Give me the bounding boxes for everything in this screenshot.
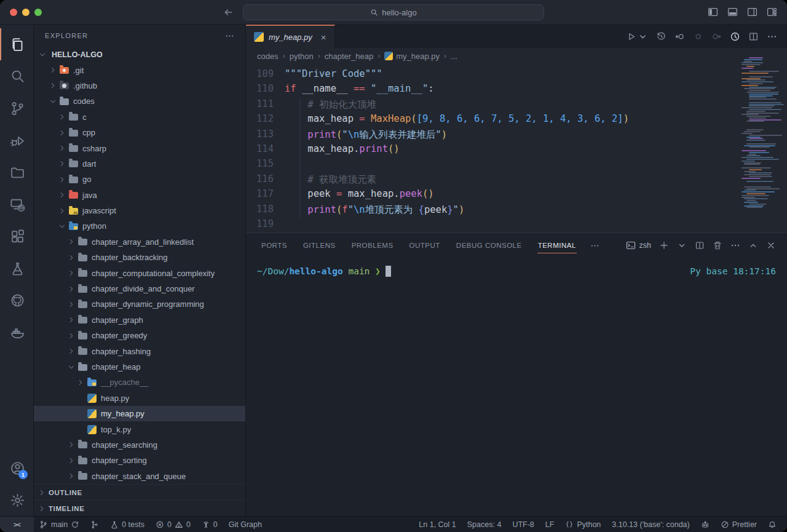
status-tests[interactable]: 0 tests bbox=[105, 517, 150, 532]
toggle-primary-sidebar-icon[interactable] bbox=[708, 7, 718, 17]
tree-file-heap-py[interactable]: heap.py bbox=[34, 391, 245, 406]
close-window-button[interactable] bbox=[10, 9, 17, 16]
status-encoding[interactable]: UTF-8 bbox=[507, 517, 539, 532]
panel-tab-output[interactable]: OUTPUT bbox=[401, 233, 448, 258]
activity-item-explorer[interactable] bbox=[0, 28, 33, 60]
chevron-right-icon[interactable] bbox=[66, 269, 76, 277]
nav-forward-circle-icon[interactable] bbox=[711, 31, 722, 42]
terminal-content[interactable]: ~/Dow/hello-algo main ❯ Py base 18:17:16 bbox=[246, 258, 787, 516]
status-copilot[interactable] bbox=[695, 517, 715, 532]
chevron-right-icon[interactable] bbox=[57, 207, 67, 215]
sidebar-section-timeline[interactable]: TIMELINE bbox=[34, 500, 245, 516]
panel-tab-debug-console[interactable]: DEBUG CONSOLE bbox=[448, 233, 530, 258]
status-notifications[interactable] bbox=[762, 517, 782, 532]
tree-item-dart[interactable]: dart bbox=[34, 156, 245, 172]
tree-item-chapter-computational-complexity[interactable]: chapter_computational_complexity bbox=[34, 265, 245, 280]
panel-more-tabs-icon[interactable] bbox=[584, 241, 606, 250]
profile-clock-icon[interactable] bbox=[730, 31, 740, 42]
status-indentation[interactable]: Spaces: 4 bbox=[462, 517, 507, 532]
chevron-down-icon[interactable] bbox=[48, 97, 58, 106]
tree-item-chapter-sorting[interactable]: chapter_sorting bbox=[34, 453, 245, 468]
status-language-mode[interactable]: Python bbox=[560, 517, 606, 532]
breadcrumb-item[interactable]: my_heap.py bbox=[384, 52, 440, 61]
terminal-dropdown-chevron-icon[interactable] bbox=[677, 240, 687, 250]
maximize-panel-chevron-icon[interactable] bbox=[748, 240, 758, 250]
explorer-more-actions-icon[interactable] bbox=[225, 31, 234, 41]
tree-item-HELLO-ALGO[interactable]: HELLO-ALGO bbox=[34, 47, 245, 62]
status-eol[interactable]: LF bbox=[540, 517, 560, 532]
panel-more-actions-icon[interactable] bbox=[730, 240, 740, 250]
command-center-search[interactable]: hello-algo bbox=[243, 4, 544, 20]
chevron-right-icon[interactable] bbox=[66, 316, 76, 324]
activity-item-testing[interactable] bbox=[0, 252, 33, 284]
tree-item-go[interactable]: go bbox=[34, 172, 245, 187]
status-prettier[interactable]: Prettier bbox=[715, 517, 762, 532]
tree-item-chapter-divide-and-conquer[interactable]: chapter_divide_and_conquer bbox=[34, 281, 245, 296]
chevron-down-icon[interactable] bbox=[66, 363, 76, 371]
status-problems[interactable]: 00 bbox=[150, 517, 196, 532]
tree-item-csharp[interactable]: csharp bbox=[34, 140, 245, 156]
activity-item-accounts[interactable]: 1 bbox=[0, 452, 33, 484]
tree-item-chapter-graph[interactable]: chapter_graph bbox=[34, 312, 245, 328]
nav-dot-circle-icon[interactable] bbox=[693, 31, 703, 42]
tab-my-heap[interactable]: my_heap.py × bbox=[246, 25, 335, 48]
terminal-instance[interactable]: zsh bbox=[626, 240, 651, 250]
chevron-right-icon[interactable] bbox=[57, 191, 67, 199]
tree-item-c[interactable]: c bbox=[34, 109, 245, 125]
customize-layout-icon[interactable] bbox=[767, 7, 777, 17]
tree-item-chapter-greedy[interactable]: chapter_greedy bbox=[34, 328, 245, 343]
tree-item--pycache-[interactable]: __pycache__ bbox=[34, 375, 245, 390]
tree-item-codes[interactable]: codes bbox=[34, 93, 245, 109]
breadcrumb-item[interactable]: ... bbox=[451, 52, 457, 61]
close-panel-icon[interactable] bbox=[766, 240, 776, 250]
chevron-right-icon[interactable] bbox=[66, 440, 76, 449]
tree-item-chapter-stack-and-queue[interactable]: chapter_stack_and_queue bbox=[34, 469, 245, 484]
split-editor-icon[interactable] bbox=[748, 31, 759, 42]
chevron-down-icon[interactable] bbox=[38, 50, 47, 59]
tree-item-chapter-searching[interactable]: chapter_searching bbox=[34, 437, 245, 453]
remote-indicator[interactable]: >< bbox=[0, 517, 34, 532]
tree-item-javascript[interactable]: javascript bbox=[34, 203, 245, 218]
activity-item-extensions[interactable] bbox=[0, 220, 33, 252]
chevron-right-icon[interactable] bbox=[57, 159, 67, 168]
activity-item-source-control[interactable] bbox=[0, 92, 33, 124]
status-branch[interactable]: main bbox=[34, 517, 85, 532]
status-ports[interactable]: 0 bbox=[196, 517, 223, 532]
chevron-right-icon[interactable] bbox=[57, 175, 67, 184]
chevron-right-icon[interactable] bbox=[57, 144, 67, 153]
chevron-right-icon[interactable] bbox=[57, 113, 67, 121]
panel-tab-terminal[interactable]: TERMINAL bbox=[530, 233, 584, 258]
chevron-down-icon[interactable] bbox=[57, 222, 67, 231]
tree-item-chapter-dynamic-programming[interactable]: chapter_dynamic_programming bbox=[34, 296, 245, 312]
chevron-right-icon[interactable] bbox=[66, 472, 76, 480]
tree-item-chapter-backtracking[interactable]: chapter_backtracking bbox=[34, 250, 245, 265]
activity-item-run-debug[interactable] bbox=[0, 124, 33, 156]
tree-item--github[interactable]: .github bbox=[34, 78, 245, 93]
activity-item-search[interactable] bbox=[0, 60, 33, 92]
run-dropdown-chevron-icon[interactable] bbox=[638, 31, 648, 42]
chevron-right-icon[interactable] bbox=[66, 285, 76, 293]
activity-item-remote-explorer[interactable] bbox=[0, 188, 33, 220]
editor-more-actions-icon[interactable] bbox=[767, 31, 777, 42]
minimize-window-button[interactable] bbox=[22, 9, 30, 16]
chevron-right-icon[interactable] bbox=[66, 456, 76, 465]
chevron-right-icon[interactable] bbox=[66, 347, 76, 355]
activity-item-settings[interactable] bbox=[0, 484, 33, 516]
chevron-right-icon[interactable] bbox=[48, 66, 58, 74]
activity-item-github[interactable] bbox=[0, 284, 33, 316]
toggle-panel-icon[interactable] bbox=[727, 7, 738, 17]
activity-item-docker[interactable] bbox=[0, 316, 33, 348]
chevron-right-icon[interactable] bbox=[48, 81, 58, 90]
tree-item-chapter-heap[interactable]: chapter_heap bbox=[34, 359, 245, 375]
tree-file-my-heap-py[interactable]: my_heap.py bbox=[34, 406, 245, 421]
minimap[interactable] bbox=[742, 57, 782, 208]
tree-item-cpp[interactable]: cpp bbox=[34, 125, 245, 140]
navigate-back-icon[interactable] bbox=[223, 7, 234, 18]
chevron-right-icon[interactable] bbox=[66, 300, 76, 309]
tree-item-chapter-array-and-linkedlist[interactable]: chapter_array_and_linkedlist bbox=[34, 234, 245, 250]
chevron-right-icon[interactable] bbox=[66, 253, 76, 262]
status-cursor-position[interactable]: Ln 1, Col 1 bbox=[413, 517, 461, 532]
status-python-interpreter[interactable]: 3.10.13 ('base': conda) bbox=[606, 517, 695, 532]
sidebar-section-outline[interactable]: OUTLINE bbox=[34, 484, 245, 500]
breadcrumb-item[interactable]: codes bbox=[257, 52, 279, 61]
